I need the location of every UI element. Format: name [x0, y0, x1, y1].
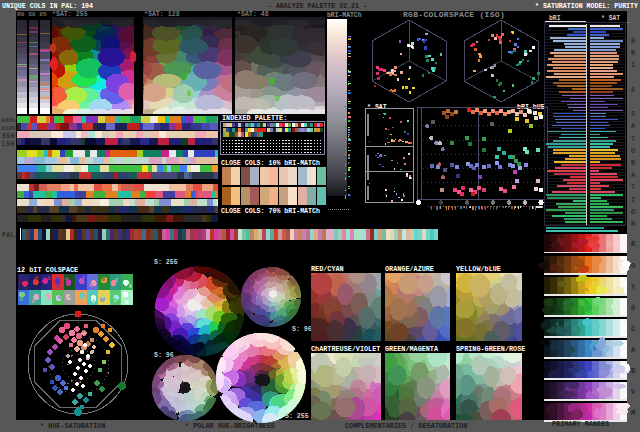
- svg-text:I: I: [631, 61, 635, 69]
- svg-text:RGB-COLORSPACE (ISO): RGB-COLORSPACE (ISO): [403, 10, 505, 19]
- svg-text:T: T: [631, 183, 635, 191]
- svg-text:U: U: [631, 147, 635, 155]
- svg-text:INDEXED PALETTE:: INDEXED PALETTE:: [222, 114, 287, 122]
- svg-text:S: 255: S: 255: [285, 413, 309, 420]
- svg-text:PRIMARY RANGES: PRIMARY RANGES: [552, 420, 609, 428]
- svg-text:C: C: [631, 325, 635, 333]
- svg-text:bRI-MATCh: bRI-MATCh: [327, 12, 362, 19]
- svg-text:* SATURATION MODEL: PURITY: * SATURATION MODEL: PURITY: [535, 3, 638, 10]
- svg-text:SPRING-GREEN/ROSE: SPRING-GREEN/ROSE: [456, 345, 525, 353]
- svg-text:b65%: b65%: [2, 117, 16, 124]
- svg-text:* SAT: * SAT: [367, 104, 387, 111]
- svg-text:L50: L50: [2, 140, 15, 148]
- svg-text:G: G: [631, 304, 635, 312]
- svg-text:YELLOW/bLUE: YELLOW/bLUE: [456, 265, 501, 273]
- svg-text:UNIQUE COLS IN PAL: 104: UNIQUE COLS IN PAL: 104: [2, 3, 93, 10]
- svg-text:COMPLEMENTARIES / DESATURATION: COMPLEMENTARIES / DESATURATION: [345, 422, 467, 430]
- svg-text:- ANALYZE PALETTE V2.21 -: - ANALYZE PALETTE V2.21 -: [268, 3, 367, 10]
- svg-text:CLOSE COLS: 10% bRI-MATCh: CLOSE COLS: 10% bRI-MATCh: [221, 160, 320, 167]
- svg-text:M: M: [631, 409, 635, 417]
- svg-text:S: 96: S: 96: [154, 352, 174, 359]
- svg-text:S: 255: S: 255: [154, 259, 178, 266]
- svg-text:PAL.: PAL.: [2, 232, 18, 239]
- svg-text:GREEN/MAGENTA: GREEN/MAGENTA: [385, 345, 439, 353]
- svg-text:ChARTREUSE/VIOLET: ChARTREUSE/VIOLET: [311, 345, 380, 353]
- svg-text:RED/CYAN: RED/CYAN: [311, 265, 344, 273]
- svg-text:*SAT: 255: *SAT: 255: [52, 11, 88, 18]
- svg-text:S: 96: S: 96: [292, 326, 312, 333]
- svg-text:N: N: [631, 220, 635, 228]
- svg-text:* POLAR HUE-BRIGHTNESS: * POLAR HUE-BRIGHTNESS: [185, 422, 275, 430]
- svg-text:CLOSE COLS: 70% bRI-MATCh: CLOSE COLS: 70% bRI-MATCh: [221, 208, 320, 215]
- svg-text:b10%: b10%: [2, 125, 16, 132]
- svg-text:S: S: [631, 110, 635, 118]
- svg-text:* SAT: * SAT: [601, 15, 620, 22]
- svg-text:12 bIT COLSPACE: 12 bIT COLSPACE: [17, 266, 78, 274]
- svg-text:bRI: bRI: [549, 15, 561, 22]
- svg-text:R0 S0 85: R0 S0 85: [17, 11, 47, 18]
- svg-text:*SAT: 48: *SAT: 48: [237, 11, 269, 18]
- svg-text:I: I: [631, 196, 635, 204]
- svg-text:*SAT: 128: *SAT: 128: [144, 11, 180, 18]
- svg-text:ORANGE/AZURE: ORANGE/AZURE: [385, 265, 434, 273]
- svg-text:* HUE-SATURATION: * HUE-SATURATION: [40, 422, 105, 430]
- svg-text:O: O: [631, 262, 635, 270]
- svg-text:O: O: [631, 208, 635, 216]
- svg-text:T: T: [631, 135, 635, 143]
- svg-text:S50: S50: [2, 132, 15, 140]
